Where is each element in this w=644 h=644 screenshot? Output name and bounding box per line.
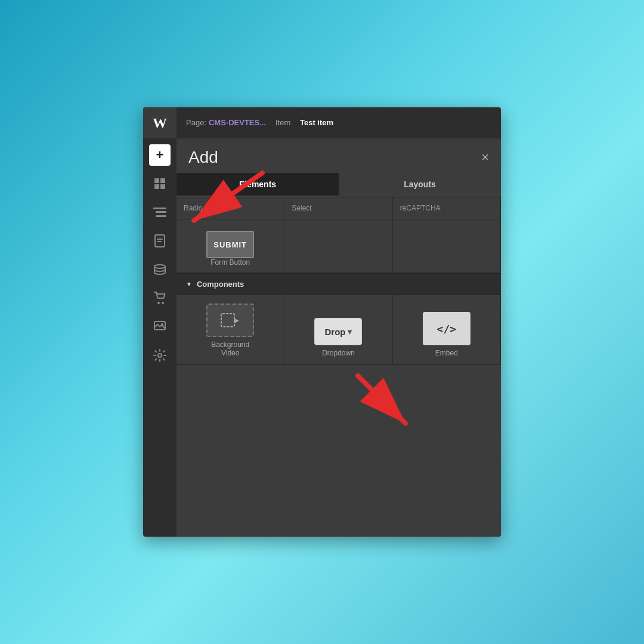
main-panel: Page: CMS-DEVTES... Item Test item Add ×…	[177, 107, 501, 537]
svg-rect-16	[221, 314, 234, 327]
svg-rect-1	[160, 178, 165, 183]
svg-rect-0	[154, 178, 159, 183]
background-video-element[interactable]: BackgroundVideo	[177, 295, 284, 365]
form-labels-row: Radio Button Select reCAPTCHA	[177, 197, 501, 219]
svg-point-11	[157, 302, 160, 304]
svg-rect-4	[153, 208, 166, 209]
sidebar-item-settings[interactable]	[148, 343, 172, 367]
item-name: Test item	[300, 118, 333, 127]
elements-area: Radio Button Select reCAPTCHA SUBMIT	[177, 197, 501, 537]
svg-rect-3	[160, 184, 165, 189]
collapse-arrow-icon: ▼	[186, 281, 192, 287]
svg-rect-2	[154, 184, 159, 189]
svg-rect-8	[157, 239, 163, 240]
add-element-button[interactable]: +	[149, 144, 171, 166]
svg-rect-9	[157, 241, 162, 242]
components-section-header[interactable]: ▼ Components	[177, 273, 501, 295]
embed-label: Embed	[435, 349, 458, 357]
add-panel-title: Add	[188, 148, 218, 167]
components-row: BackgroundVideo Drop ▾ Dropdown </>	[177, 295, 501, 365]
form-button-element[interactable]: SUBMIT Form Button	[177, 219, 284, 273]
components-label: Components	[197, 280, 244, 289]
submit-icon: SUBMIT	[206, 231, 254, 258]
tab-layouts[interactable]: Layouts	[339, 173, 501, 197]
item-label: Item	[275, 118, 290, 127]
svg-point-12	[162, 302, 164, 304]
empty-cell-2	[393, 219, 501, 273]
svg-point-14	[161, 323, 163, 326]
form-button-label: Form Button	[210, 258, 250, 267]
bg-video-label: BackgroundVideo	[211, 340, 249, 357]
sidebar-item-ecommerce[interactable]	[148, 286, 172, 310]
svg-point-10	[154, 265, 165, 268]
sidebar-item-pages[interactable]	[148, 229, 172, 253]
bg-video-icon	[206, 304, 254, 337]
form-elements-row: SUBMIT Form Button	[177, 219, 501, 273]
webflow-logo: W	[143, 107, 177, 138]
svg-rect-6	[156, 215, 166, 217]
plus-icon: +	[156, 147, 164, 163]
page-label: Page:	[186, 118, 206, 127]
select-label[interactable]: Select	[284, 197, 392, 219]
close-button[interactable]: ×	[481, 150, 489, 165]
embed-icon: </>	[423, 312, 470, 345]
tabs-row: Elements Layouts	[177, 173, 501, 197]
page-name: CMS-DEVTES...	[209, 118, 266, 127]
sidebar-item-components[interactable]	[148, 172, 172, 196]
sidebar-item-cms[interactable]	[148, 258, 172, 281]
empty-cell-1	[284, 219, 392, 273]
embed-element[interactable]: </> Embed	[393, 295, 501, 365]
sidebar: W +	[143, 107, 177, 537]
sidebar-item-assets[interactable]	[148, 315, 172, 339]
dropdown-icon: Drop ▾	[314, 318, 362, 345]
recaptcha-label[interactable]: reCAPTCHA	[393, 197, 501, 219]
svg-point-15	[158, 354, 162, 357]
add-panel-title-row: Add ×	[177, 138, 501, 173]
radio-button-label[interactable]: Radio Button	[177, 197, 284, 219]
sidebar-item-navigator[interactable]	[148, 200, 172, 224]
dropdown-element[interactable]: Drop ▾ Dropdown	[284, 295, 392, 365]
dropdown-label: Dropdown	[322, 349, 355, 357]
tab-elements[interactable]: Elements	[177, 173, 339, 197]
svg-rect-5	[156, 211, 166, 213]
panel-header: Page: CMS-DEVTES... Item Test item	[177, 107, 501, 138]
